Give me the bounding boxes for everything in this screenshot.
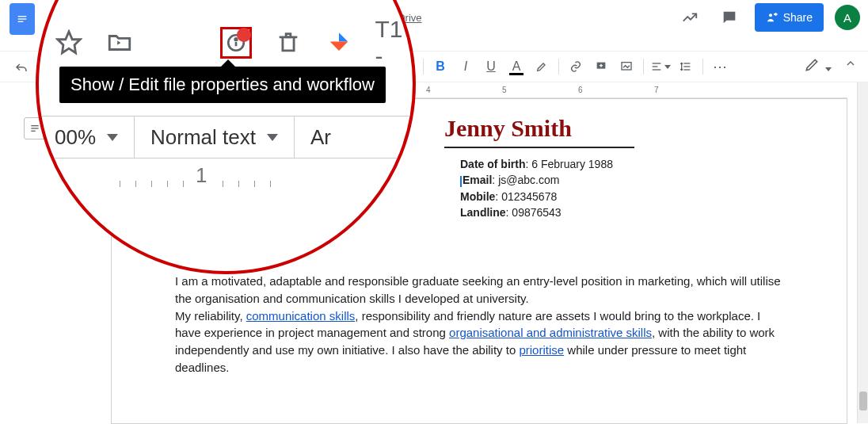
landline-label: Landline (460, 206, 506, 219)
insert-image-button[interactable] (615, 56, 638, 77)
link-prioritise[interactable]: prioritise (519, 343, 564, 357)
more-button[interactable]: ⋯ (708, 56, 732, 77)
star-icon[interactable] (55, 27, 83, 59)
scrollbar-thumb[interactable] (859, 392, 867, 411)
ruler-tick: 7 (654, 86, 659, 94)
trash-icon[interactable] (274, 27, 303, 59)
dob-value: 6 February 1988 (531, 158, 613, 170)
underline-button[interactable]: U (479, 56, 503, 77)
add-comment-button[interactable] (589, 56, 613, 77)
link-org-admin-skills[interactable]: organisational and administrative skills (449, 326, 652, 339)
svg-point-9 (769, 13, 772, 17)
activity-icon[interactable] (676, 3, 704, 32)
share-button-label: Share (783, 11, 813, 24)
align-button[interactable] (649, 56, 672, 77)
landline-value: 09876543 (512, 206, 561, 219)
mag-ruler: 1 (72, 163, 413, 211)
ruler-tick: 5 (502, 86, 507, 94)
chevron-down-icon (267, 134, 278, 141)
svg-marker-27 (329, 42, 348, 51)
ruler-tick: 4 (426, 86, 431, 94)
avatar[interactable]: A (835, 5, 860, 30)
comments-icon[interactable] (715, 3, 744, 32)
jira-addon-icon[interactable] (325, 27, 353, 59)
ruler-tick: 6 (578, 86, 583, 94)
svg-marker-22 (58, 32, 80, 53)
text-color-button[interactable]: A (504, 56, 528, 77)
move-to-folder-icon[interactable] (105, 27, 134, 59)
p2-pre: My reliability, (175, 309, 246, 323)
name-heading: Jenny Smith (444, 115, 634, 148)
ruler-number: 1 (196, 163, 207, 188)
email-value: js@abc.com (498, 174, 559, 186)
paragraph-style-dropdown[interactable]: Normal text (135, 117, 295, 158)
zoom-value: 00% (55, 125, 96, 150)
info-icon[interactable] (220, 27, 252, 59)
font-dropdown[interactable]: Ar (295, 117, 347, 158)
svg-marker-26 (339, 32, 348, 41)
profile-body: I am a motivated, adaptable and responsi… (175, 273, 783, 376)
zoom-dropdown[interactable]: 00% (39, 117, 135, 158)
font-value: Ar (310, 125, 331, 150)
contact-block: Date of birth: 6 February 1988 Email: js… (460, 156, 783, 220)
avatar-letter: A (843, 11, 851, 25)
insert-link-button[interactable] (564, 56, 588, 77)
share-button[interactable]: Share (755, 3, 824, 32)
editing-mode-button[interactable] (804, 57, 832, 76)
text-cursor (460, 176, 462, 187)
email-label: Email (463, 174, 492, 186)
text-color-swatch (509, 73, 523, 75)
highlight-button[interactable] (530, 56, 554, 77)
text-color-letter: A (512, 59, 521, 74)
info-notification-dot (237, 28, 251, 42)
italic-button[interactable]: I (454, 56, 478, 77)
profile-para1: I am a motivated, adaptable and responsi… (175, 274, 781, 305)
mag-format-row: 00% Normal text Ar (39, 116, 413, 159)
link-communication-skills[interactable]: communication skills (246, 309, 356, 323)
style-value: Normal text (150, 125, 256, 150)
bold-button[interactable]: B (428, 56, 452, 77)
svg-point-25 (235, 38, 238, 40)
line-spacing-button[interactable] (674, 56, 698, 77)
collapse-toolbar-button[interactable] (844, 57, 857, 73)
chevron-down-icon (107, 134, 118, 141)
mobile-label: Mobile (460, 190, 495, 203)
mobile-value: 012345678 (501, 190, 557, 203)
dob-label: Date of birth (460, 158, 525, 170)
addon-right-group: Share A (676, 3, 860, 32)
vertical-scrollbar[interactable] (857, 82, 868, 423)
info-tooltip: Show / Edit file properties and workflow (59, 67, 386, 103)
